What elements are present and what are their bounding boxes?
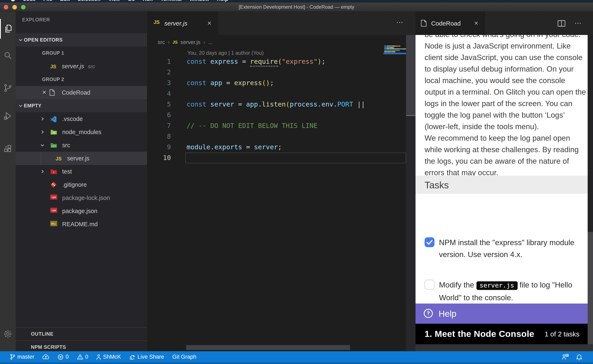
sidebar-item-src[interactable]: </>src — [16, 139, 147, 152]
menu-item-code[interactable]: Code — [23, 0, 36, 2]
sidebar-item-node-modules[interactable]: JSnode_modules — [16, 125, 147, 139]
sidebar-section-outline[interactable]: OUTLINE — [16, 327, 147, 341]
sidebar-item-server-js[interactable]: JSserver.jssrc — [16, 60, 147, 73]
status-item-master[interactable]: master — [10, 354, 34, 360]
tab-server-js[interactable]: JS server.js ✕ — [147, 12, 218, 35]
lesson-title: 1. Meet the Node Console — [425, 324, 534, 344]
split-editor-icon[interactable] — [558, 20, 565, 26]
source-control-icon[interactable] — [0, 78, 16, 98]
codelens-annotation[interactable]: You, 20 days ago | 1 author (You) — [187, 50, 264, 56]
webview-scrollbar[interactable] — [588, 35, 593, 344]
close-editor-icon[interactable]: ✕ — [42, 86, 47, 99]
sidebar-title: EXPLORER — [22, 17, 50, 22]
file-type-icon: npm — [50, 208, 57, 214]
chevron-down-icon[interactable] — [40, 143, 45, 148]
menu-items: CodeFileEditSelectionViewGoRunTerminalWi… — [0, 0, 593, 2]
file-type-icon: JS — [50, 63, 57, 70]
code-line-1: const express = require("express"); — [187, 56, 369, 67]
menu-item-selection[interactable]: Selection — [78, 0, 100, 2]
sidebar-item-test[interactable]: ⌇test — [16, 165, 147, 178]
help-bar[interactable]: ? Help — [415, 304, 593, 324]
file-type-icon — [50, 181, 57, 188]
menu-item-edit[interactable]: Edit — [60, 0, 70, 2]
sidebar-item--vscode[interactable]: .vscode — [16, 112, 147, 125]
status-item-live-share[interactable]: Live Share — [129, 354, 164, 360]
coderoad-webview: be able to check what's going on in your… — [415, 35, 593, 304]
error-icon — [58, 354, 64, 360]
lesson-progress: 1 of 2 tasks — [545, 324, 580, 344]
file-type-icon — [50, 116, 57, 122]
sidebar-section-open-editors[interactable]: OPEN EDITORS — [16, 33, 147, 46]
status-item-shmck[interactable]: ShMcK — [97, 354, 121, 360]
sidebar-item-readme-md[interactable]: M↓README.md — [16, 218, 147, 231]
sidebar-item-group-1[interactable]: GROUP 1 — [16, 46, 147, 60]
sidebar-section-empty[interactable]: EMPTY — [16, 99, 147, 112]
git-branch-icon — [10, 354, 15, 360]
status-item-cloud-upload[interactable] — [43, 354, 50, 359]
file-type-icon: M↓ — [50, 221, 57, 228]
svg-text:M↓: M↓ — [51, 222, 56, 225]
breadcrumb: src›JSserver.js›... — [147, 35, 415, 49]
macos-menu-bar: CodeFileEditSelectionViewGoRunTerminalWi… — [0, 0, 593, 2]
lesson-text: be able to check what's going on in your… — [425, 35, 586, 178]
warning-icon — [77, 354, 83, 359]
sidebar-item--gitignore[interactable]: .gitignore — [16, 178, 147, 191]
checkbox-checked[interactable] — [425, 237, 434, 247]
sidebar-item-package-json[interactable]: npmpackage.json — [16, 204, 147, 218]
status-item-0[interactable]: 0 — [77, 354, 88, 360]
checkbox-unchecked[interactable] — [425, 280, 434, 290]
editor-horizontal-scrollbar[interactable] — [186, 345, 350, 350]
apple-logo-icon[interactable] — [11, 0, 15, 1]
sidebar-item-package-lock-json[interactable]: npmpackage-lock.json — [16, 191, 147, 204]
file-type-icon — [49, 89, 56, 96]
tab-coderoad[interactable]: CodeRoad ✕ — [415, 12, 485, 35]
notifications-bell-icon[interactable] — [576, 353, 582, 360]
more-actions-icon[interactable]: ⋯ — [396, 12, 404, 34]
menu-item-window[interactable]: Window — [189, 0, 209, 2]
chevron-right-icon[interactable] — [40, 169, 45, 174]
close-tab-icon[interactable]: ✕ — [207, 12, 212, 35]
code-line-6 — [187, 110, 369, 121]
breadcrumb-item[interactable]: src — [158, 39, 165, 45]
chevron-right-icon[interactable] — [40, 130, 45, 135]
chevron-down-icon[interactable] — [18, 37, 23, 42]
live-share-icon — [129, 354, 135, 360]
vscode-window: CodeFileEditSelectionViewGoRunTerminalWi… — [0, 0, 593, 364]
menu-item-go[interactable]: Go — [128, 0, 135, 2]
coderoad-panel: CodeRoad ✕ ⋯ be able to check what's goi… — [415, 12, 593, 351]
lesson-bar: 1. Meet the Node Console 1 of 2 tasks — [415, 324, 593, 344]
minimap[interactable] — [384, 46, 406, 53]
file-icon — [421, 20, 427, 27]
explorer-icon[interactable] — [0, 19, 16, 39]
status-item-0[interactable]: 0 — [58, 354, 69, 360]
settings-gear-icon[interactable] — [0, 324, 16, 344]
editor-vertical-scrollbar[interactable] — [406, 35, 415, 351]
status-item-git-graph[interactable]: Git Graph — [172, 354, 196, 360]
feedback-icon[interactable] — [562, 354, 569, 360]
menu-item-view[interactable]: View — [108, 0, 120, 2]
sidebar-item-group-2[interactable]: GROUP 2 — [16, 73, 147, 86]
sidebar-section-npm-scripts[interactable]: NPM SCRIPTS — [16, 341, 147, 351]
extensions-icon[interactable] — [0, 139, 16, 159]
title-bar: [Extension Development Host] - CodeRoad … — [0, 2, 593, 12]
search-icon[interactable] — [0, 46, 16, 65]
breadcrumb-item[interactable]: server.js — [180, 39, 200, 45]
menu-item-file[interactable]: File — [43, 0, 52, 2]
menu-item-run[interactable]: Run — [143, 0, 153, 2]
run-debug-icon[interactable] — [0, 106, 16, 126]
explorer-sidebar: EXPLORER OPEN EDITORSGROUP 1JSserver.jss… — [16, 12, 147, 351]
sidebar-item-coderoad[interactable]: ✕CodeRoad — [16, 86, 147, 99]
code-content[interactable]: const express = require("express");const… — [187, 56, 369, 163]
more-actions-icon[interactable]: ⋯ — [574, 19, 582, 27]
svg-text:</>: </> — [51, 144, 56, 147]
window-title: [Extension Development Host] - CodeRoad … — [0, 2, 593, 12]
breadcrumb-item[interactable]: ... — [208, 39, 213, 45]
sidebar-item-server-js[interactable]: JSserver.js — [16, 152, 147, 165]
chevron-right-icon[interactable] — [40, 116, 45, 121]
menu-item-help[interactable]: Help — [217, 0, 228, 2]
close-tab-icon[interactable]: ✕ — [474, 12, 479, 35]
activity-bar — [0, 12, 16, 351]
menu-item-terminal[interactable]: Terminal — [161, 0, 182, 2]
status-bar: master00ShMcKLive ShareGit Graph — [0, 351, 593, 364]
chevron-down-icon[interactable] — [18, 103, 23, 108]
